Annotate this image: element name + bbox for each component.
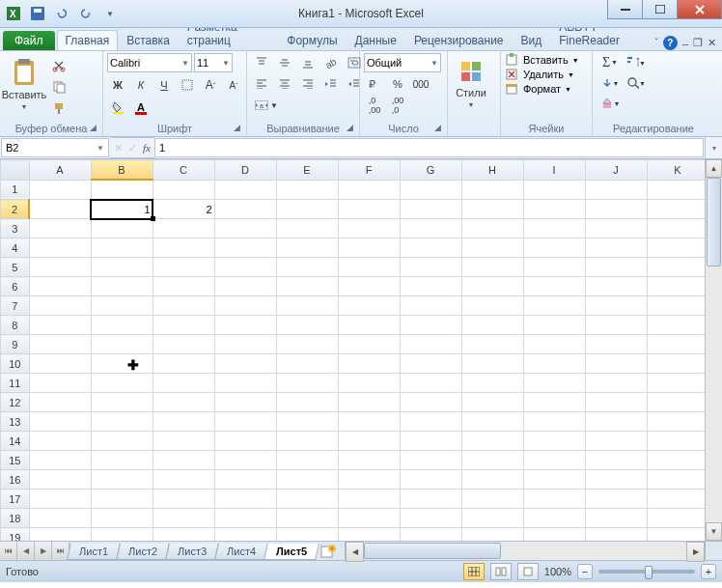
comma-format-icon[interactable]: 000 bbox=[410, 74, 431, 94]
cell-E8[interactable] bbox=[276, 316, 338, 335]
zoom-out-button[interactable]: − bbox=[577, 564, 593, 579]
cell-J8[interactable] bbox=[585, 316, 647, 335]
tab-file[interactable]: Файл bbox=[3, 31, 55, 50]
alignment-launcher-icon[interactable]: ◢ bbox=[344, 123, 355, 134]
cell-E4[interactable] bbox=[276, 238, 338, 258]
cell-I17[interactable] bbox=[523, 490, 585, 509]
tab-review[interactable]: Рецензирование bbox=[405, 30, 513, 50]
find-select-button[interactable]: ▼ bbox=[625, 73, 647, 93]
cell-F15[interactable] bbox=[338, 451, 400, 470]
cell-F10[interactable] bbox=[338, 354, 400, 374]
formula-input[interactable]: 1 bbox=[154, 138, 704, 157]
row-header-15[interactable]: 15 bbox=[1, 451, 30, 470]
cell-G5[interactable] bbox=[400, 258, 461, 277]
cell-G15[interactable] bbox=[400, 451, 461, 470]
cell-C3[interactable] bbox=[153, 219, 214, 238]
cell-A3[interactable] bbox=[29, 219, 91, 238]
cell-H8[interactable] bbox=[461, 316, 523, 335]
row-header-13[interactable]: 13 bbox=[1, 412, 30, 432]
cell-J6[interactable] bbox=[585, 277, 647, 296]
cell-H7[interactable] bbox=[461, 296, 523, 316]
align-middle-icon[interactable] bbox=[274, 53, 295, 72]
cell-I18[interactable] bbox=[523, 509, 585, 528]
cell-E10[interactable] bbox=[276, 354, 338, 374]
merge-center-button[interactable]: a▼ bbox=[251, 96, 282, 115]
tab-formulas[interactable]: Формулы bbox=[278, 30, 346, 50]
cell-D6[interactable] bbox=[214, 277, 276, 296]
align-left-icon[interactable] bbox=[251, 74, 272, 94]
cell-F4[interactable] bbox=[338, 238, 400, 258]
cell-K15[interactable] bbox=[647, 451, 708, 470]
cell-C18[interactable] bbox=[153, 509, 214, 528]
cell-G17[interactable] bbox=[400, 490, 461, 509]
row-header-8[interactable]: 8 bbox=[1, 316, 30, 335]
scroll-right-button[interactable]: ▶ bbox=[686, 542, 705, 562]
sheet-tab-Лист1[interactable]: Лист1 bbox=[67, 544, 121, 560]
expand-formula-bar-icon[interactable]: ▾ bbox=[705, 137, 722, 158]
cells-format-button[interactable]: Формат▼ bbox=[505, 82, 571, 96]
scroll-left-button[interactable]: ◀ bbox=[346, 542, 364, 562]
cell-B18[interactable] bbox=[91, 509, 153, 528]
name-box[interactable]: B2▼ bbox=[1, 138, 109, 157]
cell-C16[interactable] bbox=[153, 470, 214, 490]
orientation-icon[interactable]: ab bbox=[320, 53, 342, 72]
cell-A18[interactable] bbox=[29, 509, 91, 528]
cell-A11[interactable] bbox=[29, 374, 91, 393]
cell-H6[interactable] bbox=[461, 277, 523, 296]
cell-E5[interactable] bbox=[276, 258, 338, 277]
cell-F8[interactable] bbox=[338, 316, 400, 335]
cell-G11[interactable] bbox=[400, 374, 461, 393]
cell-F18[interactable] bbox=[338, 509, 400, 528]
cell-F9[interactable] bbox=[338, 335, 400, 354]
column-header-D[interactable]: D bbox=[214, 160, 276, 181]
cell-B15[interactable] bbox=[91, 451, 153, 470]
cell-A17[interactable] bbox=[29, 490, 91, 509]
cell-A9[interactable] bbox=[29, 335, 91, 354]
cell-K17[interactable] bbox=[647, 490, 708, 509]
cell-F5[interactable] bbox=[338, 258, 400, 277]
cell-K4[interactable] bbox=[647, 238, 708, 258]
cell-A10[interactable] bbox=[29, 354, 91, 374]
cell-A6[interactable] bbox=[29, 277, 91, 296]
cell-E9[interactable] bbox=[276, 335, 338, 354]
paste-button[interactable]: Вставить ▼ bbox=[4, 53, 44, 115]
normal-view-button[interactable] bbox=[463, 563, 485, 580]
italic-button[interactable]: К bbox=[130, 75, 152, 95]
row-header-7[interactable]: 7 bbox=[1, 296, 30, 316]
cell-B16[interactable] bbox=[91, 470, 153, 490]
cell-J17[interactable] bbox=[585, 490, 647, 509]
cell-G4[interactable] bbox=[400, 238, 461, 258]
cell-I9[interactable] bbox=[523, 335, 585, 354]
font-launcher-icon[interactable]: ◢ bbox=[231, 123, 242, 134]
cell-I2[interactable] bbox=[523, 200, 585, 219]
cell-D7[interactable] bbox=[214, 296, 276, 316]
percent-format-icon[interactable]: % bbox=[387, 74, 408, 94]
cell-F2[interactable] bbox=[338, 200, 400, 219]
column-header-J[interactable]: J bbox=[585, 160, 647, 181]
cell-B11[interactable] bbox=[91, 374, 153, 393]
font-color-button[interactable]: A bbox=[130, 98, 152, 117]
save-icon[interactable] bbox=[27, 3, 48, 24]
cell-A15[interactable] bbox=[29, 451, 91, 470]
cell-D1[interactable] bbox=[214, 180, 276, 200]
cell-C8[interactable] bbox=[153, 316, 214, 335]
cell-K6[interactable] bbox=[647, 277, 708, 296]
cell-K11[interactable] bbox=[647, 374, 708, 393]
cell-D9[interactable] bbox=[214, 335, 276, 354]
cell-I19[interactable] bbox=[523, 528, 585, 542]
vertical-scrollbar[interactable]: ▲ ▼ bbox=[705, 159, 722, 541]
cell-H15[interactable] bbox=[461, 451, 523, 470]
cell-F6[interactable] bbox=[338, 277, 400, 296]
cell-B13[interactable] bbox=[91, 412, 153, 432]
vscroll-thumb[interactable] bbox=[707, 178, 721, 266]
cell-J18[interactable] bbox=[585, 509, 647, 528]
cell-G16[interactable] bbox=[400, 470, 461, 490]
cell-I5[interactable] bbox=[523, 258, 585, 277]
cell-J12[interactable] bbox=[585, 393, 647, 412]
select-all-corner[interactable] bbox=[1, 160, 30, 181]
minimize-button[interactable] bbox=[607, 0, 643, 19]
row-header-2[interactable]: 2 bbox=[1, 200, 30, 219]
cell-G3[interactable] bbox=[400, 219, 461, 238]
row-header-11[interactable]: 11 bbox=[1, 374, 30, 393]
cell-H13[interactable] bbox=[461, 412, 523, 432]
